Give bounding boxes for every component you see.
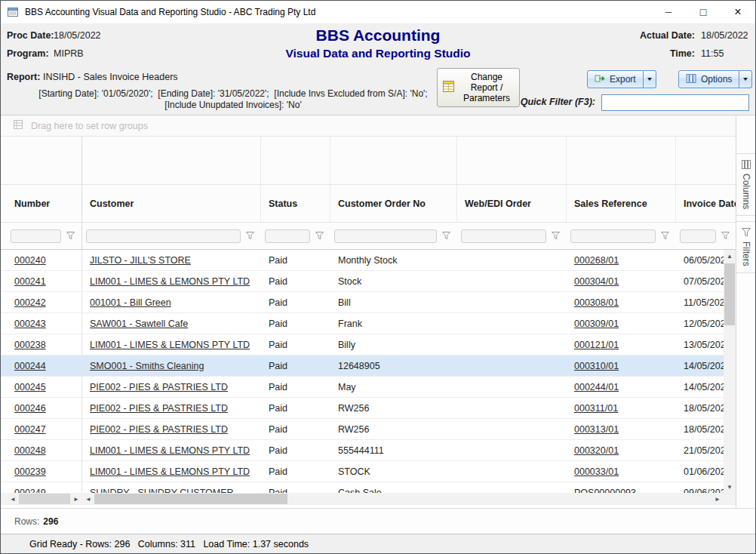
filter-funnel-icon[interactable] (552, 232, 560, 240)
table-row[interactable]: 000239LIM001 - LIMES & LEMONS PTY LTDPai… (1, 461, 724, 482)
cell-number[interactable]: 000247 (7, 419, 82, 439)
cell-customer[interactable]: LIM001 - LIMES & LEMONS PTY LTD (82, 334, 261, 355)
table-row[interactable]: 000241LIM001 - LIMES & LEMONS PTY LTDPai… (1, 271, 724, 292)
cell-number[interactable]: 000248 (7, 440, 82, 460)
filter-input-invoice_date[interactable] (680, 229, 716, 243)
filter-input-sales_ref[interactable] (570, 229, 656, 243)
horizontal-scrollbar[interactable]: ◄ ► ◄ ► (1, 493, 736, 505)
vertical-scrollbar[interactable]: ▲ ▼ (724, 250, 736, 493)
close-button[interactable]: × (721, 1, 755, 23)
cell-customer[interactable]: PIE002 - PIES & PASTRIES LTD (82, 398, 261, 418)
filter-funnel-icon[interactable] (661, 232, 669, 240)
table-row[interactable]: 000244SMO001 - Smiths CleaningPaid126489… (1, 355, 724, 377)
vertical-scroll-thumb[interactable] (724, 263, 735, 325)
main-horizontal-scroll-track[interactable]: ◄ ► (82, 493, 724, 505)
options-dropdown-button[interactable] (739, 70, 752, 88)
cell-sales_ref[interactable]: 000268/01 (567, 250, 676, 270)
cell-sales_ref[interactable]: 000304/01 (567, 271, 676, 291)
table-row[interactable]: 000245PIE002 - PIES & PASTRIES LTDPaidMa… (1, 377, 724, 398)
filter-funnel-icon[interactable] (66, 232, 75, 240)
filter-funnel-icon[interactable] (442, 232, 450, 240)
cell-customer[interactable]: 001001 - Bill Green (82, 292, 261, 312)
cell-number[interactable]: 000242 (7, 292, 82, 312)
scroll-right-icon[interactable]: ► (70, 493, 82, 505)
cell-web_edi (457, 398, 567, 418)
row-group-drop-zone[interactable]: Drag here to set row groups (1, 115, 736, 137)
scroll-down-icon[interactable]: ▼ (724, 481, 736, 493)
column-header-sales_ref[interactable]: Sales Reference (567, 185, 676, 222)
cell-number[interactable]: 000245 (7, 377, 82, 397)
pinned-scroll-track[interactable] (19, 493, 70, 505)
export-button[interactable]: Export (587, 70, 644, 88)
scroll-up-icon[interactable]: ▲ (724, 250, 736, 262)
scroll-left-icon[interactable]: ◄ (82, 493, 94, 505)
cell-sales_ref[interactable]: 000310/01 (567, 355, 676, 376)
cell-customer[interactable]: SUNDRY - SUNDRY CUSTOMER (82, 482, 261, 493)
cell-customer[interactable]: PIE002 - PIES & PASTRIES LTD (82, 419, 261, 439)
cell-customer[interactable]: LIM001 - LIMES & LEMONS PTY LTD (82, 271, 261, 291)
horizontal-scroll-thumb[interactable] (94, 494, 287, 504)
cell-sales_ref[interactable]: 000320/01 (567, 440, 676, 460)
filter-cell-number (7, 223, 82, 249)
table-row[interactable]: 000243SAW001 - Sawtell CafePaidFrank0003… (1, 313, 724, 334)
cell-sales_ref[interactable]: 000121/01 (567, 334, 676, 355)
cell-number[interactable]: 000238 (7, 334, 82, 355)
cell-sales_ref[interactable]: 000244/01 (567, 377, 676, 397)
table-row[interactable]: 000249SUNDRY - SUNDRY CUSTOMERPaidCash S… (1, 482, 724, 493)
filter-input-number[interactable] (11, 229, 61, 243)
filter-funnel-icon[interactable] (315, 232, 324, 240)
column-header-number[interactable]: Number (7, 185, 82, 222)
filter-input-status[interactable] (265, 229, 310, 243)
grid-bottom-padding (1, 505, 736, 508)
cell-number[interactable]: 000246 (7, 398, 82, 418)
options-button[interactable]: Options (678, 70, 739, 88)
pinned-horizontal-scrollbar[interactable]: ◄ ► (7, 493, 82, 505)
quick-filter-input[interactable] (601, 94, 749, 111)
maximize-button[interactable]: □ (686, 1, 721, 23)
cell-sales_ref[interactable]: 000033/01 (567, 461, 676, 482)
cell-sales_ref[interactable]: 000311/01 (567, 398, 676, 418)
table-row[interactable]: 000242001001 - Bill GreenPaidBill000308/… (1, 292, 724, 313)
table-row[interactable]: 000246PIE002 - PIES & PASTRIES LTDPaidRW… (1, 398, 724, 419)
cell-number[interactable]: 000240 (7, 250, 82, 270)
cell-web_edi (457, 377, 567, 397)
filter-input-customer[interactable] (86, 229, 241, 243)
cell-sales_ref[interactable]: 000308/01 (567, 292, 676, 312)
pinned-scroll-thumb[interactable] (19, 494, 70, 504)
table-row[interactable]: 000238LIM001 - LIMES & LEMONS PTY LTDPai… (1, 334, 724, 355)
change-report-button[interactable]: Change Report / Parameters (437, 68, 520, 107)
table-row[interactable]: 000240JILSTO - JILL'S STOREPaidMonthly S… (1, 250, 724, 271)
minimize-button[interactable]: ─ (651, 1, 686, 23)
export-dropdown-button[interactable] (644, 70, 656, 88)
filter-funnel-icon[interactable] (721, 232, 730, 240)
column-header-order_no[interactable]: Customer Order No (330, 185, 457, 222)
cell-customer[interactable]: PIE002 - PIES & PASTRIES LTD (82, 377, 261, 397)
cell-sales_ref[interactable]: 000313/01 (567, 419, 676, 439)
column-header-invoice_date[interactable]: Invoice Date (676, 185, 736, 222)
cell-customer[interactable]: LIM001 - LIMES & LEMONS PTY LTD (82, 440, 261, 460)
cell-sales_ref[interactable]: 000309/01 (567, 313, 676, 334)
cell-number[interactable]: 000241 (7, 271, 82, 291)
cell-number[interactable]: 000239 (7, 461, 82, 482)
cell-number[interactable]: 000243 (7, 313, 82, 334)
cell-number[interactable]: 000244 (7, 355, 82, 376)
column-header-customer[interactable]: Customer (82, 185, 261, 222)
cell-customer[interactable]: SMO001 - Smiths Cleaning (82, 355, 261, 376)
vertical-scroll-track[interactable] (724, 262, 736, 481)
scroll-right-icon[interactable]: ► (711, 493, 724, 505)
cell-number[interactable]: 000249 (7, 482, 82, 493)
side-tab-filters[interactable]: Filters (736, 221, 755, 273)
filter-input-order_no[interactable] (334, 229, 437, 243)
cell-customer[interactable]: JILSTO - JILL'S STORE (82, 250, 261, 270)
cell-customer[interactable]: LIM001 - LIMES & LEMONS PTY LTD (82, 461, 261, 482)
filter-funnel-icon[interactable] (246, 232, 254, 240)
filter-input-web_edi[interactable] (461, 229, 546, 243)
table-row[interactable]: 000247PIE002 - PIES & PASTRIES LTDPaidRW… (1, 419, 724, 440)
table-row[interactable]: 000248LIM001 - LIMES & LEMONS PTY LTDPai… (1, 440, 724, 461)
horizontal-scroll-track[interactable] (287, 493, 711, 505)
column-header-web_edi[interactable]: Web/EDI Order (457, 185, 567, 222)
scroll-left-icon[interactable]: ◄ (7, 493, 19, 505)
column-header-status[interactable]: Status (261, 185, 330, 222)
side-tab-columns[interactable]: Columns (736, 153, 755, 216)
cell-customer[interactable]: SAW001 - Sawtell Cafe (82, 313, 261, 334)
